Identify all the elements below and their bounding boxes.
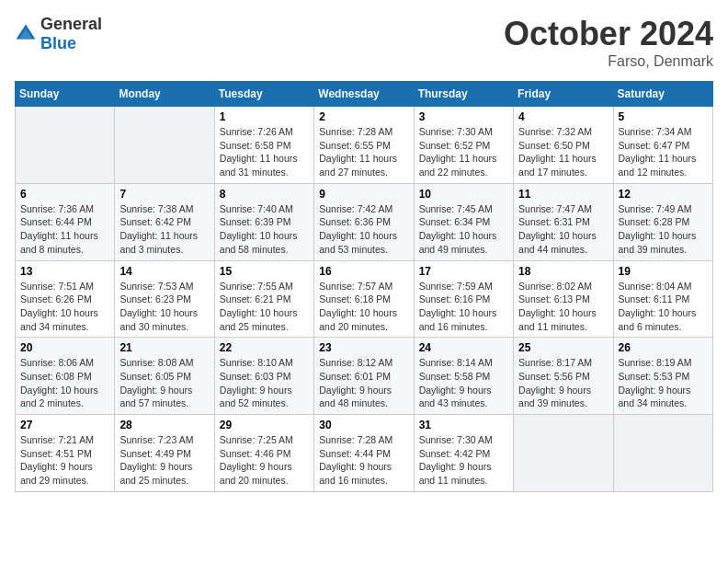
week-row-3: 20Sunrise: 8:06 AMSunset: 6:08 PMDayligh… [16, 338, 713, 415]
day-number: 18 [518, 265, 608, 278]
calendar-cell: 19Sunrise: 8:04 AMSunset: 6:11 PMDayligh… [613, 260, 712, 338]
calendar-cell: 8Sunrise: 7:40 AMSunset: 6:39 PMDaylight… [214, 183, 313, 260]
day-number: 25 [518, 341, 608, 354]
day-number: 9 [319, 188, 408, 201]
day-number: 16 [319, 265, 408, 278]
day-number: 15 [220, 265, 309, 278]
calendar-cell: 12Sunrise: 7:49 AMSunset: 6:28 PMDayligh… [613, 183, 712, 260]
calendar-cell: 6Sunrise: 7:36 AMSunset: 6:44 PMDaylight… [16, 183, 115, 260]
day-info: Sunrise: 8:10 AMSunset: 6:03 PMDaylight:… [220, 356, 309, 410]
day-info: Sunrise: 7:49 AMSunset: 6:28 PMDaylight:… [619, 202, 708, 257]
calendar-cell: 3Sunrise: 7:30 AMSunset: 6:52 PMDaylight… [414, 107, 513, 184]
calendar-cell: 16Sunrise: 7:57 AMSunset: 6:18 PMDayligh… [314, 260, 414, 338]
calendar-cell: 21Sunrise: 8:08 AMSunset: 6:05 PMDayligh… [115, 338, 214, 415]
weekday-header-tuesday: Tuesday [214, 82, 313, 107]
day-info: Sunrise: 8:12 AMSunset: 6:01 PMDaylight:… [319, 356, 408, 410]
calendar-cell: 4Sunrise: 7:32 AMSunset: 6:50 PMDaylight… [514, 107, 613, 184]
calendar-cell: 31Sunrise: 7:30 AMSunset: 4:42 PMDayligh… [414, 415, 513, 492]
day-number: 28 [119, 419, 209, 431]
day-number: 12 [619, 188, 708, 201]
calendar-cell: 10Sunrise: 7:45 AMSunset: 6:34 PMDayligh… [414, 183, 513, 260]
calendar-cell [16, 107, 115, 184]
calendar-cell: 20Sunrise: 8:06 AMSunset: 6:08 PMDayligh… [16, 338, 115, 415]
calendar-cell: 27Sunrise: 7:21 AMSunset: 4:51 PMDayligh… [16, 415, 115, 492]
calendar-cell: 13Sunrise: 7:51 AMSunset: 6:26 PMDayligh… [16, 260, 115, 338]
month-title: October 2024 [504, 15, 713, 53]
day-info: Sunrise: 7:57 AMSunset: 6:18 PMDaylight:… [319, 280, 408, 334]
logo-icon [15, 23, 37, 45]
week-row-1: 6Sunrise: 7:36 AMSunset: 6:44 PMDaylight… [16, 183, 713, 260]
logo: General Blue [15, 15, 102, 53]
day-number: 2 [319, 110, 408, 123]
day-number: 3 [419, 110, 508, 123]
day-number: 23 [319, 341, 408, 354]
day-info: Sunrise: 8:08 AMSunset: 6:05 PMDaylight:… [119, 356, 209, 410]
calendar-cell: 30Sunrise: 7:28 AMSunset: 4:44 PMDayligh… [314, 415, 414, 492]
week-row-4: 27Sunrise: 7:21 AMSunset: 4:51 PMDayligh… [16, 415, 713, 492]
weekday-header-sunday: Sunday [16, 82, 115, 107]
day-number: 10 [419, 188, 508, 201]
calendar-cell: 28Sunrise: 7:23 AMSunset: 4:49 PMDayligh… [115, 415, 214, 492]
day-info: Sunrise: 7:59 AMSunset: 6:16 PMDaylight:… [419, 280, 508, 334]
day-info: Sunrise: 7:28 AMSunset: 6:55 PMDaylight:… [319, 125, 408, 179]
calendar-cell: 22Sunrise: 8:10 AMSunset: 6:03 PMDayligh… [214, 338, 313, 415]
location-title: Farso, Denmark [504, 53, 713, 70]
day-number: 8 [220, 188, 309, 201]
calendar-cell: 15Sunrise: 7:55 AMSunset: 6:21 PMDayligh… [214, 260, 313, 338]
calendar-cell: 11Sunrise: 7:47 AMSunset: 6:31 PMDayligh… [514, 183, 613, 260]
day-info: Sunrise: 7:30 AMSunset: 4:42 PMDaylight:… [419, 433, 508, 488]
day-number: 1 [220, 110, 309, 123]
calendar-cell: 9Sunrise: 7:42 AMSunset: 6:36 PMDaylight… [314, 183, 414, 260]
day-info: Sunrise: 7:28 AMSunset: 4:44 PMDaylight:… [319, 433, 408, 488]
day-number: 31 [419, 419, 508, 431]
day-number: 21 [119, 341, 209, 354]
day-info: Sunrise: 8:17 AMSunset: 5:56 PMDaylight:… [518, 356, 608, 410]
day-number: 30 [319, 419, 408, 431]
weekday-header-monday: Monday [115, 82, 214, 107]
day-info: Sunrise: 7:21 AMSunset: 4:51 PMDaylight:… [20, 433, 109, 488]
calendar-cell: 14Sunrise: 7:53 AMSunset: 6:23 PMDayligh… [115, 260, 214, 338]
calendar-cell: 18Sunrise: 8:02 AMSunset: 6:13 PMDayligh… [514, 260, 613, 338]
day-number: 26 [619, 341, 708, 354]
day-info: Sunrise: 7:32 AMSunset: 6:50 PMDaylight:… [518, 125, 608, 179]
calendar-cell: 5Sunrise: 7:34 AMSunset: 6:47 PMDaylight… [613, 107, 712, 184]
day-info: Sunrise: 7:30 AMSunset: 6:52 PMDaylight:… [419, 125, 508, 179]
day-number: 22 [220, 341, 309, 354]
logo-text-general: General [40, 15, 102, 33]
day-info: Sunrise: 7:42 AMSunset: 6:36 PMDaylight:… [319, 202, 408, 257]
day-info: Sunrise: 7:25 AMSunset: 4:46 PMDaylight:… [220, 433, 309, 488]
day-info: Sunrise: 7:51 AMSunset: 6:26 PMDaylight:… [20, 280, 109, 334]
calendar-cell: 26Sunrise: 8:19 AMSunset: 5:53 PMDayligh… [613, 338, 712, 415]
calendar-cell: 2Sunrise: 7:28 AMSunset: 6:55 PMDaylight… [314, 107, 414, 184]
day-info: Sunrise: 8:19 AMSunset: 5:53 PMDaylight:… [619, 356, 708, 410]
day-info: Sunrise: 8:06 AMSunset: 6:08 PMDaylight:… [20, 356, 109, 410]
day-info: Sunrise: 7:34 AMSunset: 6:47 PMDaylight:… [619, 125, 708, 179]
day-number: 20 [20, 341, 109, 354]
day-number: 7 [119, 188, 209, 201]
logo-text-blue: Blue [40, 34, 76, 52]
day-info: Sunrise: 8:04 AMSunset: 6:11 PMDaylight:… [619, 280, 708, 334]
day-number: 5 [619, 110, 708, 123]
weekday-header-saturday: Saturday [613, 82, 712, 107]
day-number: 14 [119, 265, 209, 278]
page-header: General Blue October 2024 Farso, Denmark [15, 15, 713, 70]
calendar-cell: 25Sunrise: 8:17 AMSunset: 5:56 PMDayligh… [514, 338, 613, 415]
calendar-table: SundayMondayTuesdayWednesdayThursdayFrid… [15, 81, 713, 492]
day-info: Sunrise: 7:26 AMSunset: 6:58 PMDaylight:… [220, 125, 309, 179]
day-number: 27 [20, 419, 109, 431]
day-info: Sunrise: 7:55 AMSunset: 6:21 PMDaylight:… [220, 280, 309, 334]
weekday-header-wednesday: Wednesday [314, 82, 414, 107]
weekday-header-row: SundayMondayTuesdayWednesdayThursdayFrid… [16, 82, 713, 107]
day-info: Sunrise: 8:14 AMSunset: 5:58 PMDaylight:… [419, 356, 508, 410]
weekday-header-thursday: Thursday [414, 82, 513, 107]
day-info: Sunrise: 7:47 AMSunset: 6:31 PMDaylight:… [518, 202, 608, 257]
calendar-cell: 7Sunrise: 7:38 AMSunset: 6:42 PMDaylight… [115, 183, 214, 260]
day-info: Sunrise: 8:02 AMSunset: 6:13 PMDaylight:… [518, 280, 608, 334]
day-info: Sunrise: 7:38 AMSunset: 6:42 PMDaylight:… [119, 202, 209, 257]
day-number: 29 [220, 419, 309, 431]
day-info: Sunrise: 7:23 AMSunset: 4:49 PMDaylight:… [119, 433, 209, 488]
calendar-cell: 29Sunrise: 7:25 AMSunset: 4:46 PMDayligh… [214, 415, 313, 492]
calendar-cell [613, 415, 712, 492]
day-info: Sunrise: 7:40 AMSunset: 6:39 PMDaylight:… [220, 202, 309, 257]
calendar-cell: 23Sunrise: 8:12 AMSunset: 6:01 PMDayligh… [314, 338, 414, 415]
